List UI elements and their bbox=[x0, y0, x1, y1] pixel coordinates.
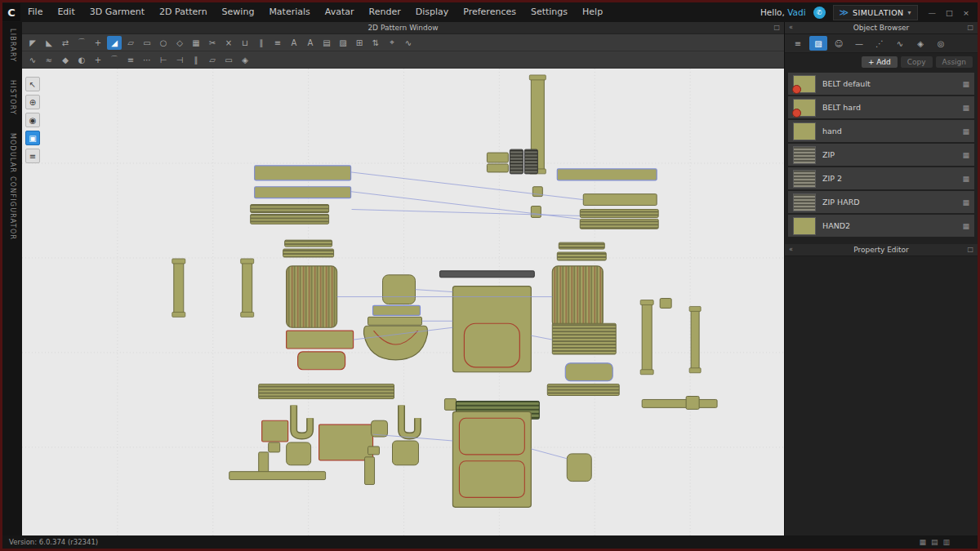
dart-tool-icon[interactable]: ◇ bbox=[172, 36, 187, 50]
pattern-piece[interactable] bbox=[559, 242, 604, 249]
rail-tab-library[interactable]: LIBRARY bbox=[9, 29, 16, 62]
pattern-piece[interactable] bbox=[444, 398, 456, 410]
view-grid-toggle-icon[interactable]: ▦ bbox=[919, 538, 926, 546]
pattern-piece[interactable] bbox=[552, 266, 603, 327]
button-tab-icon[interactable]: ☺ bbox=[830, 36, 848, 51]
view-2d-toggle-icon[interactable]: ▤ bbox=[931, 538, 938, 546]
pattern-piece[interactable] bbox=[393, 441, 419, 465]
pattern-piece[interactable] bbox=[580, 219, 658, 229]
copy-button[interactable]: Copy bbox=[901, 56, 933, 68]
menu-preferences[interactable]: Preferences bbox=[456, 2, 523, 22]
tack-tool-icon[interactable]: ⋯ bbox=[140, 53, 154, 67]
curve-ruler-tool-icon[interactable]: ∿ bbox=[401, 36, 416, 50]
minimize-button[interactable]: — bbox=[929, 8, 937, 17]
pattern-piece[interactable] bbox=[547, 384, 619, 396]
notch-tool-icon[interactable]: ∥ bbox=[254, 36, 269, 50]
pattern-piece[interactable] bbox=[259, 384, 394, 399]
canvas-layer-tool-icon[interactable]: ≡ bbox=[25, 149, 40, 163]
pattern-piece[interactable] bbox=[531, 207, 541, 218]
fabric-options-icon[interactable]: ▦ bbox=[962, 151, 969, 159]
menu-display[interactable]: Display bbox=[408, 2, 457, 22]
pattern-canvas[interactable]: ↖⊕◉▣≡ bbox=[22, 69, 784, 535]
username[interactable]: Vadi bbox=[787, 7, 805, 17]
fabric-options-icon[interactable]: ▦ bbox=[962, 104, 969, 112]
scene-list-tab-icon[interactable]: ≡ bbox=[789, 36, 807, 51]
fabric-row-zip-hard[interactable]: ZIP HARD▦ bbox=[788, 191, 974, 213]
pattern-piece[interactable] bbox=[298, 352, 345, 370]
pattern-label-tool-icon[interactable]: A bbox=[303, 36, 318, 50]
pattern-piece[interactable] bbox=[510, 149, 523, 174]
zipper-tool-icon[interactable]: ▭ bbox=[221, 53, 236, 67]
pattern-piece[interactable] bbox=[487, 153, 508, 162]
pattern-piece[interactable] bbox=[251, 214, 329, 224]
pattern-piece[interactable] bbox=[373, 305, 421, 315]
pattern-piece[interactable] bbox=[255, 166, 351, 180]
pattern-piece[interactable] bbox=[660, 299, 671, 309]
canvas-pin-tool-icon[interactable]: ⊕ bbox=[25, 95, 40, 109]
edit-pattern-tool-icon[interactable]: ◣ bbox=[42, 36, 56, 50]
pattern-piece[interactable] bbox=[243, 260, 252, 315]
pattern-piece[interactable] bbox=[552, 323, 616, 354]
pattern-piece[interactable] bbox=[642, 302, 652, 373]
pattern-piece[interactable] bbox=[689, 306, 701, 311]
grid-tool-icon[interactable]: ▤ bbox=[319, 36, 334, 50]
pattern-piece[interactable] bbox=[241, 259, 254, 264]
free-sewing-tool-icon[interactable]: ≈ bbox=[42, 53, 56, 67]
add-point-tool-icon[interactable]: + bbox=[91, 36, 105, 50]
canvas-focus-tool-icon[interactable]: ◉ bbox=[25, 113, 40, 127]
simulation-mode-dropdown[interactable]: ≫ SIMULATION ▾ bbox=[833, 5, 918, 20]
fabric-options-icon[interactable]: ▦ bbox=[962, 127, 969, 136]
measure-tool-icon[interactable]: ⌖ bbox=[385, 36, 399, 50]
edit-sewing-tool-icon[interactable]: + bbox=[91, 53, 105, 67]
cut-tool-icon[interactable]: ✂ bbox=[205, 36, 220, 50]
pattern-piece[interactable] bbox=[640, 300, 653, 305]
mn-segment-sewing-tool-icon[interactable]: ◆ bbox=[58, 53, 73, 67]
fabric-options-icon[interactable]: ▦ bbox=[962, 175, 969, 183]
button-tool-icon[interactable]: ◈ bbox=[238, 53, 252, 67]
fabric-options-icon[interactable]: ▦ bbox=[962, 198, 969, 207]
pattern-piece[interactable] bbox=[287, 442, 311, 465]
pattern-piece[interactable] bbox=[172, 312, 185, 317]
edit-curvature-tool-icon[interactable]: ⌒ bbox=[74, 36, 89, 50]
texture-editor-tool-icon[interactable]: ▨ bbox=[336, 36, 350, 50]
collapse-icon[interactable]: « bbox=[789, 22, 793, 33]
popout-icon[interactable]: □ bbox=[773, 22, 780, 33]
pattern-piece[interactable] bbox=[524, 149, 537, 174]
edit-curve-point-tool-icon[interactable]: ◢ bbox=[107, 36, 122, 50]
pattern-piece[interactable] bbox=[319, 424, 373, 460]
delete-tool-icon[interactable]: × bbox=[221, 36, 236, 50]
pattern-piece[interactable] bbox=[557, 169, 657, 180]
menu-sewing[interactable]: Sewing bbox=[215, 2, 262, 22]
pattern-piece[interactable] bbox=[365, 457, 375, 485]
pattern-piece[interactable] bbox=[368, 317, 422, 325]
pattern-piece[interactable] bbox=[269, 442, 280, 452]
pattern-piece[interactable] bbox=[529, 75, 546, 80]
pattern-piece[interactable] bbox=[262, 420, 288, 442]
pattern-piece[interactable] bbox=[642, 399, 717, 407]
fabric-row-belt-hard[interactable]: BELT hard▦ bbox=[788, 96, 974, 118]
pattern-piece[interactable] bbox=[439, 271, 534, 278]
rail-tab-history[interactable]: HISTORY bbox=[9, 80, 16, 115]
pattern-piece[interactable] bbox=[251, 205, 329, 213]
circle-tool-icon[interactable]: ○ bbox=[156, 36, 171, 50]
menu-2d-pattern[interactable]: 2D Pattern bbox=[152, 2, 215, 22]
polygon-tool-icon[interactable]: ▱ bbox=[123, 36, 138, 50]
transform-pattern-tool-icon[interactable]: ◤ bbox=[25, 36, 40, 50]
pattern-piece[interactable] bbox=[255, 187, 351, 198]
canvas-select-tool-icon[interactable]: ↖ bbox=[25, 77, 40, 91]
menu-3d-garment[interactable]: 3D Garment bbox=[82, 2, 152, 22]
pattern-canvas-svg[interactable] bbox=[22, 69, 784, 535]
pattern-piece[interactable] bbox=[285, 240, 332, 247]
add-button[interactable]: + Add bbox=[862, 56, 898, 68]
fabric-tab-icon[interactable]: ▨ bbox=[809, 36, 827, 51]
pattern-piece[interactable] bbox=[580, 209, 658, 217]
rectangle-tool-icon[interactable]: ▭ bbox=[140, 36, 154, 50]
pattern-piece[interactable] bbox=[283, 249, 334, 257]
elastic-tool-icon[interactable]: ∥ bbox=[189, 53, 203, 67]
trim-tab-icon[interactable]: ◈ bbox=[911, 36, 929, 51]
pattern-piece[interactable] bbox=[452, 411, 531, 507]
fabric-options-icon[interactable]: ▦ bbox=[962, 80, 969, 88]
rail-tab-modular-configurator[interactable]: MODULAR CONFIGURATOR bbox=[9, 133, 16, 240]
fabric-row-hand2[interactable]: HAND2▦ bbox=[788, 215, 974, 237]
menu-settings[interactable]: Settings bbox=[523, 2, 575, 22]
